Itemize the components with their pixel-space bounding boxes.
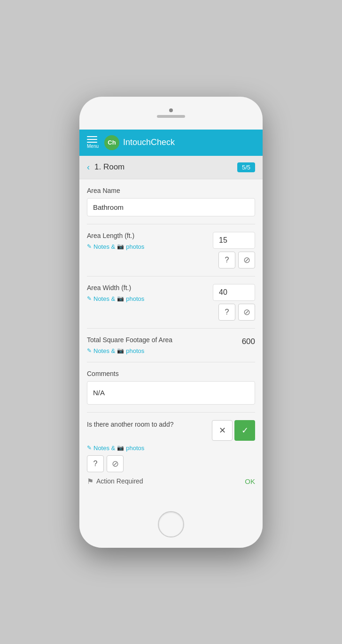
area-length-input[interactable] bbox=[213, 232, 255, 249]
front-camera bbox=[169, 108, 173, 112]
total-sq-left: Total Square Footage of Area ✎ Notes & 📷… bbox=[87, 336, 242, 354]
area-name-label: Area Name bbox=[87, 187, 255, 194]
page-title: 1. Room bbox=[94, 162, 233, 172]
app-logo: Ch bbox=[104, 135, 119, 150]
action-required-text: Action Required bbox=[96, 477, 143, 485]
area-width-label: Area Width (ft.) bbox=[87, 284, 213, 291]
home-button[interactable] bbox=[158, 511, 184, 537]
camera-icon-3: 📷 bbox=[117, 347, 124, 354]
total-sq-notes-row: ✎ Notes & 📷 photos bbox=[87, 347, 242, 354]
area-width-notes-row: ✎ Notes & 📷 photos bbox=[87, 295, 213, 302]
total-sq-label: Total Square Footage of Area bbox=[87, 336, 242, 344]
comments-label: Comments bbox=[87, 370, 255, 377]
another-room-row: Is there another room to add? ✕ ✓ bbox=[87, 420, 255, 441]
phone-bottom-bezel bbox=[79, 501, 263, 548]
area-width-right: ? ⊘ bbox=[213, 284, 255, 321]
area-width-left: Area Width (ft.) ✎ Notes & 📷 photos bbox=[87, 284, 213, 302]
phone-speaker bbox=[157, 115, 185, 118]
total-sq-notes-link[interactable]: Notes & bbox=[93, 347, 115, 354]
area-width-notes-link[interactable]: Notes & bbox=[93, 295, 115, 302]
action-required-row: ⚑ Action Required OK bbox=[87, 477, 255, 486]
back-button[interactable]: ‹ bbox=[87, 162, 90, 172]
area-length-actions: ? ⊘ bbox=[218, 252, 255, 268]
another-room-clear-button[interactable]: ⊘ bbox=[107, 455, 124, 472]
camera-icon-2: 📷 bbox=[117, 295, 124, 302]
camera-icon-4: 📷 bbox=[117, 445, 124, 451]
menu-button[interactable]: Menu bbox=[87, 136, 99, 149]
edit-icon: ✎ bbox=[87, 243, 92, 250]
area-length-section: Area Length (ft.) ✎ Notes & 📷 photos ? ⊘ bbox=[87, 232, 255, 276]
total-sq-row: Total Square Footage of Area ✎ Notes & 📷… bbox=[87, 336, 255, 354]
phone-frame: Menu Ch IntouchCheck ‹ 1. Room 5/5 Area … bbox=[79, 97, 263, 548]
camera-icon: 📷 bbox=[117, 243, 124, 250]
area-width-section: Area Width (ft.) ✎ Notes & 📷 photos ? ⊘ bbox=[87, 284, 255, 329]
form-area: Area Name Area Length (ft.) ✎ Notes & 📷 … bbox=[79, 179, 263, 501]
flag-icon: ⚑ bbox=[87, 477, 93, 486]
area-name-section: Area Name bbox=[87, 187, 255, 224]
total-sq-value: 600 bbox=[242, 336, 255, 346]
area-name-input[interactable] bbox=[87, 198, 255, 216]
area-length-question-button[interactable]: ? bbox=[218, 252, 235, 268]
area-length-left: Area Length (ft.) ✎ Notes & 📷 photos bbox=[87, 232, 213, 250]
area-width-question-button[interactable]: ? bbox=[218, 304, 235, 321]
total-sq-section: Total Square Footage of Area ✎ Notes & 📷… bbox=[87, 336, 255, 362]
page-header: ‹ 1. Room 5/5 bbox=[79, 156, 263, 179]
another-room-question: Is there another room to add? bbox=[87, 420, 206, 429]
area-width-clear-button[interactable]: ⊘ bbox=[238, 304, 255, 321]
area-width-row: Area Width (ft.) ✎ Notes & 📷 photos ? ⊘ bbox=[87, 284, 255, 321]
another-room-photos-link[interactable]: photos bbox=[126, 445, 144, 452]
another-room-section: Is there another room to add? ✕ ✓ ✎ Note… bbox=[87, 420, 255, 493]
area-length-label: Area Length (ft.) bbox=[87, 232, 213, 239]
comments-input[interactable] bbox=[87, 381, 255, 405]
edit-icon-4: ✎ bbox=[87, 445, 92, 451]
area-length-notes-link[interactable]: Notes & bbox=[93, 243, 115, 250]
area-length-row: Area Length (ft.) ✎ Notes & 📷 photos ? ⊘ bbox=[87, 232, 255, 268]
area-length-notes-row: ✎ Notes & 📷 photos bbox=[87, 243, 213, 250]
app-title: IntouchCheck bbox=[123, 138, 175, 147]
phone-top-bezel bbox=[79, 97, 263, 130]
action-required-left: ⚑ Action Required bbox=[87, 477, 143, 486]
another-room-notes-link[interactable]: Notes & bbox=[93, 445, 115, 452]
answer-no-button[interactable]: ✕ bbox=[212, 420, 233, 441]
hamburger-icon bbox=[87, 136, 99, 143]
progress-badge: 5/5 bbox=[237, 162, 255, 172]
edit-icon-2: ✎ bbox=[87, 295, 92, 302]
logo-wrap: Ch IntouchCheck bbox=[104, 135, 175, 150]
answer-yes-button[interactable]: ✓ bbox=[234, 420, 255, 441]
yn-buttons: ✕ ✓ bbox=[212, 420, 255, 441]
area-width-input[interactable] bbox=[213, 284, 255, 301]
another-room-question-button[interactable]: ? bbox=[87, 455, 104, 472]
phone-screen: Menu Ch IntouchCheck ‹ 1. Room 5/5 Area … bbox=[79, 130, 263, 501]
total-sq-photos-link[interactable]: photos bbox=[126, 347, 144, 354]
menu-label: Menu bbox=[87, 144, 99, 149]
area-length-photos-link[interactable]: photos bbox=[126, 243, 144, 250]
area-length-right: ? ⊘ bbox=[213, 232, 255, 268]
ok-button[interactable]: OK bbox=[245, 477, 255, 485]
area-width-photos-link[interactable]: photos bbox=[126, 295, 144, 302]
app-header: Menu Ch IntouchCheck bbox=[79, 130, 263, 156]
area-length-clear-button[interactable]: ⊘ bbox=[238, 252, 255, 268]
area-width-actions: ? ⊘ bbox=[218, 304, 255, 321]
another-room-notes-row: ✎ Notes & 📷 photos bbox=[87, 445, 255, 452]
comments-section: Comments bbox=[87, 370, 255, 413]
edit-icon-3: ✎ bbox=[87, 347, 92, 354]
